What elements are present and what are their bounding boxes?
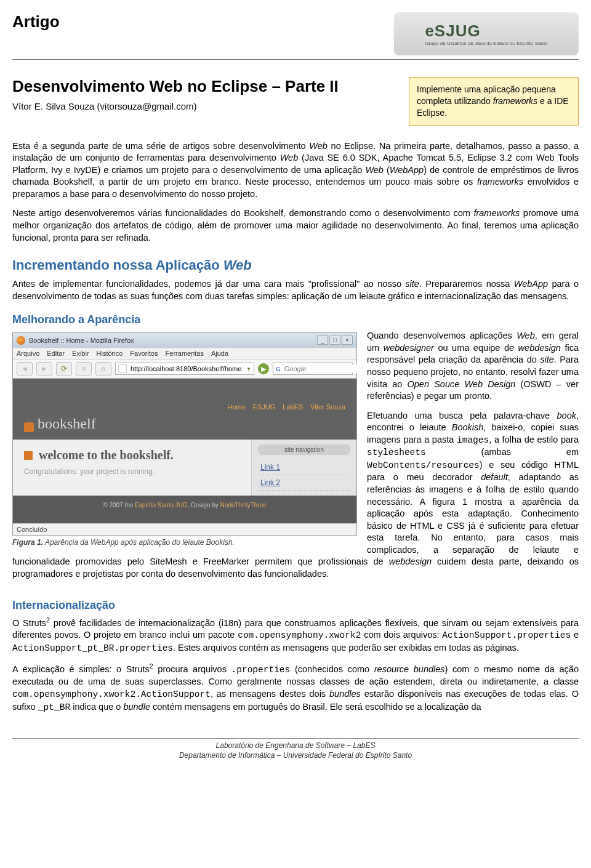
menu-historico[interactable]: Histórico: [97, 350, 123, 357]
sidenav-link-2[interactable]: Link 2: [258, 475, 350, 491]
section-heading-2: Melhorando a Aparência: [12, 313, 579, 326]
site-footer: © 2007 the Espírito Santo JUG. Design by…: [13, 496, 356, 523]
square-icon: [24, 451, 33, 460]
article-title: Desenvolvimento Web no Eclipse – Parte I…: [12, 77, 392, 96]
firefox-icon: [17, 336, 25, 345]
menu-ferramentas[interactable]: Ferramentas: [166, 350, 204, 357]
topnav-labes[interactable]: LabES: [283, 403, 303, 411]
section-heading-1: Incrementando nossa Aplicação Web: [12, 257, 579, 273]
menu-arquivo[interactable]: Arquivo: [17, 350, 39, 357]
footer-line-2: Departamento de Informática – Universida…: [12, 751, 579, 761]
logo-text: eSJUG: [425, 22, 547, 41]
paragraph-1: Esta é a segunda parte de uma série de a…: [12, 140, 579, 201]
page-content: Home ESJUG LabES Vitor Souza bookshelf w…: [13, 379, 356, 523]
paragraph-3: Antes de implementar funcionalidades, po…: [12, 278, 579, 302]
maximize-button[interactable]: □: [329, 336, 340, 345]
search-bar[interactable]: G: [273, 363, 353, 375]
search-input[interactable]: [283, 364, 371, 373]
header: Artigo eSJUG Grupo de Usuários de Java d…: [12, 12, 579, 60]
stop-button[interactable]: ✕: [76, 362, 92, 376]
url-input[interactable]: [129, 364, 244, 373]
summary-em: frameworks: [493, 96, 537, 106]
article-label: Artigo: [12, 12, 60, 31]
google-icon: G: [276, 365, 281, 372]
menu-favoritos[interactable]: Favoritos: [130, 350, 158, 357]
reload-button[interactable]: ⟳: [56, 362, 72, 376]
paragraph-7: A explicação é simples: o Struts2 procur…: [12, 662, 579, 713]
article-author: Vítor E. Silva Souza (vitorsouza@gmail.c…: [12, 101, 392, 111]
esjug-logo: eSJUG Grupo de Usuários de Java do Estad…: [394, 12, 579, 55]
browser-toolbar: ◄ ► ⟳ ✕ ⌂ ▼ ▶ G: [13, 360, 356, 379]
figure-1: Bookshelf :: Home - Mozilla Firefox _ □ …: [12, 332, 357, 547]
footer-link-design[interactable]: NodeThirtyThree: [220, 502, 267, 508]
sidenav-label: site navigation: [258, 444, 350, 455]
url-dropdown-icon[interactable]: ▼: [246, 366, 251, 372]
page-footer: Laboratório de Engenharia de Software – …: [12, 738, 579, 760]
browser-window: Bookshelf :: Home - Mozilla Firefox _ □ …: [12, 332, 357, 536]
browser-titlebar: Bookshelf :: Home - Mozilla Firefox _ □ …: [13, 333, 356, 347]
menu-editar[interactable]: Editar: [47, 350, 65, 357]
browser-statusbar: Concluído: [13, 523, 356, 535]
topnav-vitor[interactable]: Vitor Souza: [310, 403, 345, 411]
logo-subtitle: Grupo de Usuários de Java do Estado do E…: [425, 41, 547, 46]
url-bar[interactable]: ▼: [115, 363, 254, 375]
footer-line-1: Laboratório de Engenharia de Software – …: [12, 741, 579, 751]
close-button[interactable]: ×: [342, 336, 353, 345]
sidenav-link-1[interactable]: Link 1: [258, 460, 350, 475]
window-title: Bookshelf :: Home - Mozilla Firefox: [29, 337, 134, 344]
forward-button[interactable]: ►: [36, 362, 52, 376]
home-button[interactable]: ⌂: [95, 362, 111, 376]
topnav-esjug[interactable]: ESJUG: [253, 403, 276, 411]
brand-icon: [24, 422, 34, 432]
congrats-text: Congratulations: your project is running…: [24, 467, 240, 476]
go-button[interactable]: ▶: [258, 363, 269, 374]
minimize-button[interactable]: _: [317, 336, 328, 345]
topnav-home[interactable]: Home: [227, 403, 245, 411]
footer-link-esjug[interactable]: Espírito Santo JUG: [135, 502, 188, 508]
site-top-nav: Home ESJUG LabES Vitor Souza: [13, 379, 356, 416]
browser-menubar: Arquivo Editar Exibir Histórico Favorito…: [13, 347, 356, 360]
paragraph-6: O Struts2 provê facilidades de internaci…: [12, 616, 579, 655]
menu-ajuda[interactable]: Ajuda: [211, 350, 228, 357]
welcome-heading: welcome to the bookshelf.: [24, 448, 240, 462]
site-brand: bookshelf: [24, 416, 96, 432]
summary-box: Implemente uma aplicação pequena complet…: [409, 77, 579, 126]
menu-exibir[interactable]: Exibir: [72, 350, 89, 357]
back-button[interactable]: ◄: [17, 362, 33, 376]
page-icon: [118, 364, 127, 373]
section-heading-3: Internacionalização: [12, 599, 579, 612]
paragraph-2: Neste artigo desenvolveremos várias func…: [12, 207, 579, 244]
figure-1-caption: Figura 1. Aparência da WebApp após aplic…: [12, 538, 357, 547]
